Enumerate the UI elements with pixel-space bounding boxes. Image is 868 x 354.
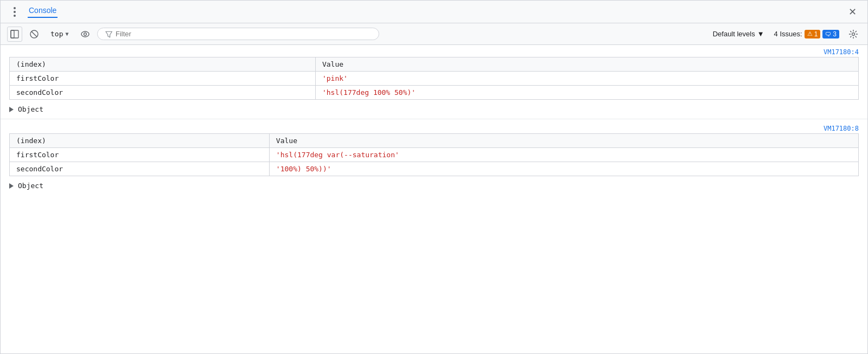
svg-marker-6 bbox=[105, 31, 112, 37]
info-badge[interactable]: 🗨 3 bbox=[822, 30, 839, 38]
svg-rect-1 bbox=[11, 30, 18, 38]
console-table-2: (index) Value firstColor 'hsl(177deg var… bbox=[9, 133, 859, 176]
console-tab[interactable]: Console bbox=[28, 6, 58, 18]
info-icon: 🗨 bbox=[825, 31, 831, 37]
table-row: secondColor '100%) 50%))' bbox=[10, 162, 859, 176]
object-label-2: Object bbox=[18, 182, 43, 190]
dropdown-arrow-icon: ▼ bbox=[65, 31, 68, 37]
col-index-header-2: (index) bbox=[10, 134, 270, 148]
more-options-button[interactable] bbox=[7, 4, 22, 20]
svg-point-5 bbox=[84, 33, 86, 35]
table-row: firstColor 'hsl(177deg var(--saturation' bbox=[10, 148, 859, 162]
section-separator bbox=[1, 119, 867, 119]
settings-button[interactable] bbox=[846, 27, 861, 42]
warning-badge[interactable]: ⚠ 1 bbox=[805, 30, 821, 38]
expand-triangle-icon-2 bbox=[9, 183, 14, 189]
table-header-row-2: (index) Value bbox=[10, 134, 859, 148]
warning-count: 1 bbox=[814, 30, 818, 38]
table-header-row-1: (index) Value bbox=[10, 57, 859, 72]
filter-input-wrap bbox=[97, 28, 379, 40]
table-cell-value: 'hsl(177deg 100% 50%)' bbox=[315, 86, 858, 100]
issues-area: 4 Issues: ⚠ 1 🗨 3 bbox=[774, 30, 839, 38]
expand-triangle-icon-1 bbox=[9, 107, 14, 112]
vm-link-row-2: VM17180:8 bbox=[1, 121, 867, 133]
console-table-wrap-1: (index) Value firstColor 'pink' secondCo… bbox=[1, 57, 867, 102]
table-cell-index: firstColor bbox=[10, 72, 316, 86]
col-value-header-1: Value bbox=[315, 57, 858, 72]
filter-input[interactable] bbox=[116, 30, 371, 38]
table-cell-value: '100%) 50%))' bbox=[269, 162, 858, 176]
object-row-2[interactable]: Object bbox=[1, 178, 867, 193]
console-table-wrap-2: (index) Value firstColor 'hsl(177deg var… bbox=[1, 133, 867, 178]
top-selector-label: top bbox=[50, 30, 63, 38]
default-levels-button[interactable]: Default levels ▼ bbox=[707, 28, 770, 40]
gear-icon bbox=[848, 29, 858, 39]
svg-point-7 bbox=[852, 33, 855, 35]
warning-icon: ⚠ bbox=[807, 30, 813, 37]
filter-icon bbox=[105, 30, 112, 38]
svg-rect-0 bbox=[11, 30, 14, 38]
clear-console-button[interactable] bbox=[27, 27, 42, 42]
default-levels-label: Default levels bbox=[713, 30, 755, 38]
vm-link-1[interactable]: VM17180:4 bbox=[824, 48, 859, 56]
info-count: 3 bbox=[833, 30, 837, 38]
table-cell-index: secondColor bbox=[10, 86, 316, 100]
eye-icon bbox=[80, 29, 90, 39]
vm-link-2[interactable]: VM17180:8 bbox=[824, 125, 859, 132]
svg-line-3 bbox=[31, 31, 37, 37]
table-cell-value: 'hsl(177deg var(--saturation' bbox=[269, 148, 858, 162]
col-value-header-2: Value bbox=[269, 134, 858, 148]
table-row: firstColor 'pink' bbox=[10, 72, 859, 86]
vm-link-row-1: VM17180:4 bbox=[1, 45, 867, 57]
object-label-1: Object bbox=[18, 105, 43, 113]
table-row: secondColor 'hsl(177deg 100% 50%)' bbox=[10, 86, 859, 100]
clear-icon bbox=[29, 29, 39, 39]
header-bar: Console ✕ bbox=[1, 1, 867, 23]
issues-label: 4 Issues: bbox=[774, 30, 802, 38]
toolbar: top ▼ Default levels ▼ 4 Issues: ⚠ bbox=[1, 23, 867, 45]
sidebar-toggle-button[interactable] bbox=[7, 27, 22, 42]
table-cell-index: secondColor bbox=[10, 162, 270, 176]
table-cell-value: 'pink' bbox=[315, 72, 858, 86]
col-index-header-1: (index) bbox=[10, 57, 316, 72]
default-levels-arrow-icon: ▼ bbox=[757, 30, 764, 38]
sidebar-icon bbox=[10, 29, 20, 39]
object-row-1[interactable]: Object bbox=[1, 102, 867, 117]
top-selector-button[interactable]: top ▼ bbox=[46, 29, 73, 39]
table-cell-index: firstColor bbox=[10, 148, 270, 162]
console-table-1: (index) Value firstColor 'pink' secondCo… bbox=[9, 57, 859, 100]
close-button[interactable]: ✕ bbox=[844, 4, 861, 20]
svg-point-4 bbox=[81, 31, 89, 37]
devtools-panel: Console ✕ top ▼ bbox=[0, 0, 868, 354]
live-expressions-button[interactable] bbox=[78, 27, 93, 42]
content-area: VM17180:4 (index) Value firstColor 'pink… bbox=[1, 45, 867, 353]
